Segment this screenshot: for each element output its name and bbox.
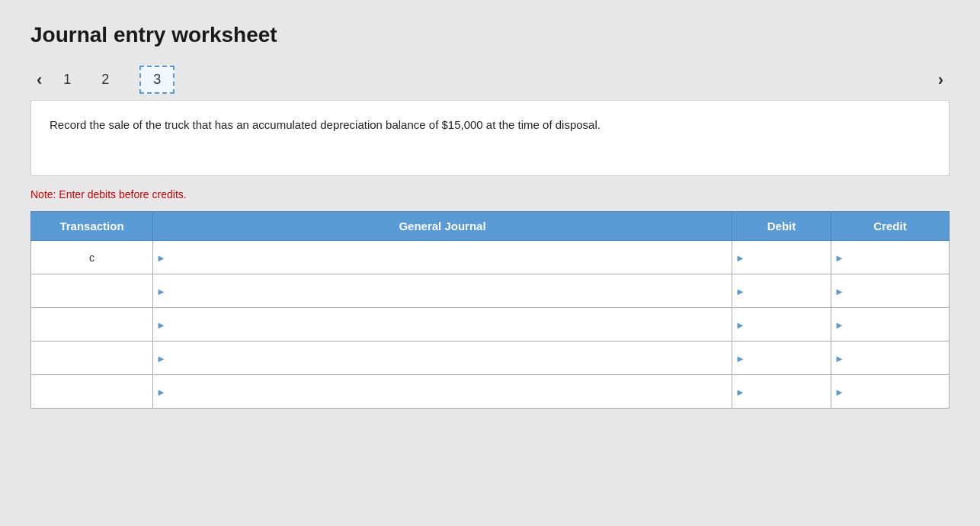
- row4-debit-arrow-icon: ►: [735, 352, 745, 364]
- table-row: ► ► ►: [31, 342, 950, 375]
- nav-right-arrow[interactable]: ›: [932, 67, 950, 93]
- input-credit-5[interactable]: [831, 375, 949, 408]
- input-debit-5[interactable]: [732, 375, 831, 408]
- col-header-general-journal: General Journal: [153, 212, 732, 241]
- table-row: c ► ► ►: [31, 241, 950, 274]
- col-header-credit: Credit: [831, 212, 950, 241]
- cell-debit-3[interactable]: ►: [732, 308, 831, 342]
- note-text: Note: Enter debits before credits.: [30, 188, 950, 200]
- description-box: Record the sale of the truck that has an…: [30, 100, 950, 176]
- nav-item-3[interactable]: 3: [139, 66, 175, 94]
- nav-row: ‹ 1 2 3 ›: [30, 66, 950, 94]
- cell-credit-1[interactable]: ►: [831, 241, 950, 274]
- col-header-debit: Debit: [732, 212, 831, 241]
- table-row: ► ► ►: [31, 308, 950, 342]
- row4-gj-arrow-icon: ►: [156, 352, 166, 364]
- cell-general-journal-2[interactable]: ►: [153, 274, 732, 308]
- row5-debit-arrow-icon: ►: [735, 386, 745, 397]
- cell-transaction-1: c: [31, 241, 153, 274]
- cell-credit-4[interactable]: ►: [831, 342, 950, 375]
- page-title: Journal entry worksheet: [30, 23, 950, 47]
- nav-left-arrow[interactable]: ‹: [30, 67, 48, 93]
- cell-general-journal-1[interactable]: ►: [153, 241, 732, 274]
- input-debit-3[interactable]: [732, 308, 831, 341]
- input-general-journal-4[interactable]: [153, 342, 732, 374]
- row2-debit-arrow-icon: ►: [735, 285, 745, 297]
- col-header-transaction: Transaction: [31, 212, 153, 241]
- nav-item-1[interactable]: 1: [63, 72, 71, 88]
- cell-transaction-2: [31, 274, 153, 308]
- cell-general-journal-3[interactable]: ►: [153, 308, 732, 342]
- table-row: ► ► ►: [31, 375, 950, 409]
- cell-credit-3[interactable]: ►: [831, 308, 950, 342]
- nav-item-2[interactable]: 2: [101, 72, 109, 88]
- cell-debit-5[interactable]: ►: [732, 375, 831, 409]
- input-credit-2[interactable]: [831, 274, 949, 307]
- cell-debit-1[interactable]: ►: [732, 241, 831, 274]
- input-general-journal-5[interactable]: [153, 375, 732, 408]
- row1-gj-arrow-icon: ►: [156, 252, 166, 263]
- input-credit-4[interactable]: [831, 342, 949, 374]
- input-debit-2[interactable]: [732, 274, 831, 307]
- input-debit-1[interactable]: [732, 241, 831, 274]
- row3-debit-arrow-icon: ►: [735, 319, 745, 330]
- cell-transaction-4: [31, 342, 153, 375]
- row2-gj-arrow-icon: ►: [156, 285, 166, 297]
- table-row: ► ► ►: [31, 274, 950, 308]
- input-general-journal-2[interactable]: [153, 274, 732, 307]
- cell-transaction-3: [31, 308, 153, 342]
- cell-credit-2[interactable]: ►: [831, 274, 950, 308]
- cell-debit-4[interactable]: ►: [732, 342, 831, 375]
- input-credit-3[interactable]: [831, 308, 949, 341]
- input-general-journal-1[interactable]: [153, 241, 732, 274]
- input-general-journal-3[interactable]: [153, 308, 732, 341]
- input-credit-1[interactable]: [831, 241, 949, 274]
- row1-debit-arrow-icon: ►: [735, 252, 745, 263]
- cell-general-journal-5[interactable]: ►: [153, 375, 732, 409]
- cell-transaction-5: [31, 375, 153, 409]
- row5-gj-arrow-icon: ►: [156, 386, 166, 397]
- row1-credit-arrow-icon: ►: [834, 252, 844, 263]
- page-container: Journal entry worksheet ‹ 1 2 3 › Record…: [0, 0, 980, 431]
- cell-credit-5[interactable]: ►: [831, 375, 950, 409]
- description-text: Record the sale of the truck that has an…: [50, 116, 930, 134]
- row5-credit-arrow-icon: ►: [834, 386, 844, 397]
- row3-credit-arrow-icon: ►: [834, 319, 844, 330]
- cell-debit-2[interactable]: ►: [732, 274, 831, 308]
- row2-credit-arrow-icon: ►: [834, 285, 844, 297]
- journal-table: Transaction General Journal Debit Credit…: [30, 211, 950, 409]
- row4-credit-arrow-icon: ►: [834, 352, 844, 364]
- row3-gj-arrow-icon: ►: [156, 319, 166, 330]
- input-debit-4[interactable]: [732, 342, 831, 374]
- cell-general-journal-4[interactable]: ►: [153, 342, 732, 375]
